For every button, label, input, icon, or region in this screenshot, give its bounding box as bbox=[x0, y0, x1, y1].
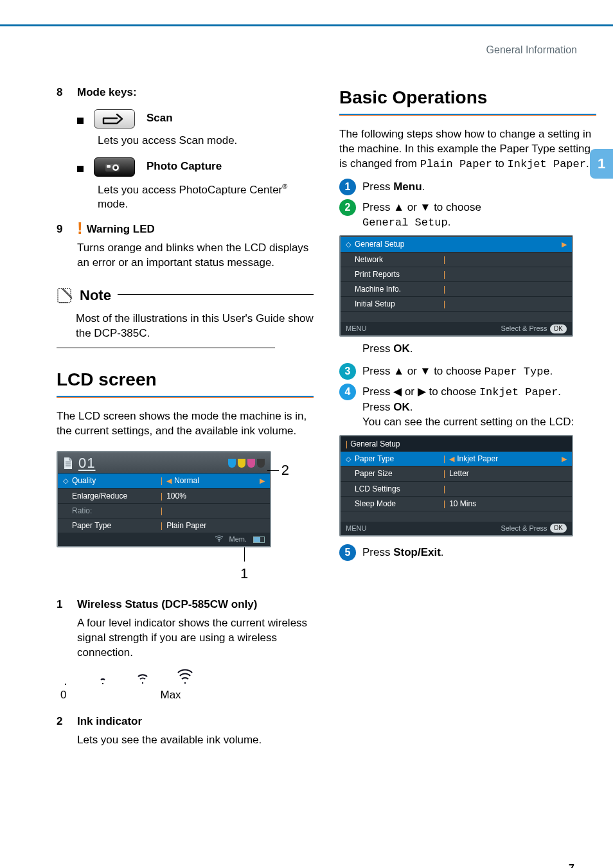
svg-rect-1 bbox=[107, 165, 111, 168]
arrow-left-icon: ◀ bbox=[393, 385, 402, 398]
lcd-row-general-setup: ◇ General Setup ▶ bbox=[341, 236, 572, 251]
lcd-row-network: Network| bbox=[341, 252, 572, 267]
right-column: Basic Operations The following steps sho… bbox=[339, 85, 596, 748]
svg-rect-9 bbox=[184, 682, 186, 684]
lcd-section-title: LCD screen bbox=[57, 368, 314, 392]
item9-title: Warning LED bbox=[87, 222, 155, 237]
updown-icon: ◇ bbox=[346, 240, 351, 249]
basic-ops-title: Basic Operations bbox=[339, 85, 596, 110]
ok-indicator: OK bbox=[550, 324, 567, 333]
lcd-row-initial-setup: Initial Setup| bbox=[341, 296, 572, 311]
updown-icon: ◇ bbox=[346, 454, 351, 464]
arrow-up-icon: ▲ bbox=[393, 365, 404, 377]
basic-ops-intro: The following steps show how to change a… bbox=[339, 127, 596, 172]
chapter-tab: 1 bbox=[590, 149, 613, 179]
item8-title: Mode keys: bbox=[77, 85, 137, 100]
arrow-down-icon: ▼ bbox=[420, 365, 431, 377]
lcd2-row-lcd-settings: LCD Settings| bbox=[341, 481, 572, 496]
lcd-mem-label: Mem. bbox=[229, 535, 247, 544]
step2-ok: Press OK. bbox=[362, 342, 596, 357]
scan-key-button bbox=[94, 109, 135, 128]
lcd2-row-paper-size: Paper Size|Letter bbox=[341, 466, 572, 481]
sub1-number: 1 bbox=[57, 598, 71, 612]
arrow-left-icon: ◀ bbox=[166, 476, 172, 486]
photo-capture-key-button bbox=[94, 157, 135, 177]
svg-rect-6 bbox=[65, 684, 66, 685]
scan-label: Scan bbox=[147, 111, 173, 126]
step-5-badge: 5 bbox=[339, 544, 356, 561]
sub2-title: Ink indicator bbox=[77, 714, 142, 729]
lcd-foot-menu: MENU bbox=[346, 524, 366, 533]
arrow-right-icon: ▶ bbox=[562, 240, 567, 249]
lcd-menu-panel-2: | General Setup ◇ Paper Type | ◀ Inkjet … bbox=[339, 435, 573, 536]
sub2-number: 2 bbox=[57, 714, 71, 729]
arrow-up-icon: ▲ bbox=[393, 201, 404, 213]
lcd-row-enlarge: Enlarge/Reduce | 100% bbox=[58, 488, 270, 503]
document-icon bbox=[63, 457, 73, 470]
svg-rect-7 bbox=[102, 683, 103, 684]
page-header: General Information bbox=[0, 26, 613, 56]
memory-indicator-icon bbox=[253, 536, 265, 543]
lcd-menu-panel-1: ◇ General Setup ▶ Network| Print Reports… bbox=[339, 235, 573, 337]
item9-number: 9 bbox=[57, 222, 71, 237]
step-1-badge: 1 bbox=[339, 179, 356, 195]
step-3-badge: 3 bbox=[339, 363, 356, 380]
wifi-icon bbox=[215, 535, 224, 544]
note-title: Note bbox=[80, 286, 111, 305]
arrow-right-icon: ▶ bbox=[418, 385, 426, 398]
step-1: 1 Press Menu. bbox=[339, 179, 596, 195]
step-2: 2 Press ▲ or ▼ to choose General Setup. bbox=[339, 199, 596, 231]
photo-capture-desc: Lets you access PhotoCapture Center® mod… bbox=[77, 182, 314, 213]
svg-point-3 bbox=[114, 166, 118, 169]
sub1-heading: 1 Wireless Status (DCP-585CW only) bbox=[57, 598, 314, 612]
scan-desc: Lets you access Scan mode. bbox=[77, 134, 314, 148]
wifi-scale-max: Max bbox=[160, 688, 181, 703]
lcd-row-ratio: Ratio: | bbox=[58, 503, 270, 518]
step-4-badge: 4 bbox=[339, 384, 356, 400]
arrow-right-icon: ▶ bbox=[562, 454, 567, 464]
arrow-right-icon: ▶ bbox=[260, 476, 265, 486]
svg-rect-8 bbox=[142, 682, 143, 684]
item8-number: 8 bbox=[57, 85, 71, 100]
item9-heading: 9 ! Warning LED bbox=[57, 222, 314, 237]
lcd-row-papertype: Paper Type | Plain Paper bbox=[58, 518, 270, 533]
note-heading: Note bbox=[57, 286, 314, 305]
lcd-row-quality: ◇ Quality | ◀ Normal ▶ bbox=[58, 473, 270, 488]
item8-heading: 8 Mode keys: bbox=[57, 85, 314, 100]
left-column: 8 Mode keys: Scan Lets you access Scan m… bbox=[57, 85, 314, 748]
arrow-left-icon: ◀ bbox=[449, 454, 454, 464]
updown-icon: ◇ bbox=[63, 476, 68, 486]
sub1-desc: A four level indicator shows the current… bbox=[77, 616, 314, 660]
note-text: Most of the illustrations in this User's… bbox=[76, 312, 314, 341]
lcd-ink-indicator bbox=[228, 459, 265, 468]
bullet-icon bbox=[77, 166, 84, 172]
step-5: 5 Press Stop/Exit. bbox=[339, 544, 596, 561]
wifi-scale-min: 0 bbox=[60, 688, 66, 703]
lcd-row-machine-info: Machine Info.| bbox=[341, 281, 572, 296]
note-icon bbox=[57, 287, 73, 304]
step-2-badge: 2 bbox=[339, 199, 356, 216]
page-number: 7 bbox=[569, 863, 574, 868]
step-3: 3 Press ▲ or ▼ to choose Paper Type. bbox=[339, 363, 596, 380]
svg-point-5 bbox=[218, 540, 220, 542]
photo-key-row: Photo Capture bbox=[77, 157, 314, 177]
bullet-icon bbox=[77, 118, 84, 124]
lcd-foot-menu: MENU bbox=[346, 324, 366, 333]
callout-2-leader: 2 bbox=[267, 461, 289, 480]
lcd2-row-paper-type: ◇ Paper Type | ◀ Inkjet Paper ▶ bbox=[341, 451, 572, 466]
warning-icon: ! bbox=[77, 222, 83, 234]
wifi-level-diagram bbox=[57, 665, 314, 686]
scan-key-row: Scan bbox=[77, 109, 314, 128]
ok-indicator: OK bbox=[550, 524, 567, 533]
lcd-copy-panel: 01 ◇ Quality | ◀ Normal bbox=[57, 451, 271, 547]
lcd-row-print-reports: Print Reports| bbox=[341, 267, 572, 281]
arrow-down-icon: ▼ bbox=[420, 201, 431, 213]
photo-capture-label: Photo Capture bbox=[147, 159, 222, 174]
lcd2-title: | General Setup bbox=[341, 436, 572, 451]
lcd-section-intro: The LCD screen shows the mode the machin… bbox=[57, 409, 314, 439]
lcd-copies-value: 01 bbox=[78, 456, 95, 470]
lcd2-row-sleep-mode: Sleep Mode|10 Mins bbox=[341, 496, 572, 511]
item9-desc: Turns orange and blinks when the LCD dis… bbox=[57, 241, 314, 270]
sub2-desc: Lets you see the available ink volume. bbox=[77, 733, 314, 748]
sub2-heading: 2 Ink indicator bbox=[57, 714, 314, 729]
